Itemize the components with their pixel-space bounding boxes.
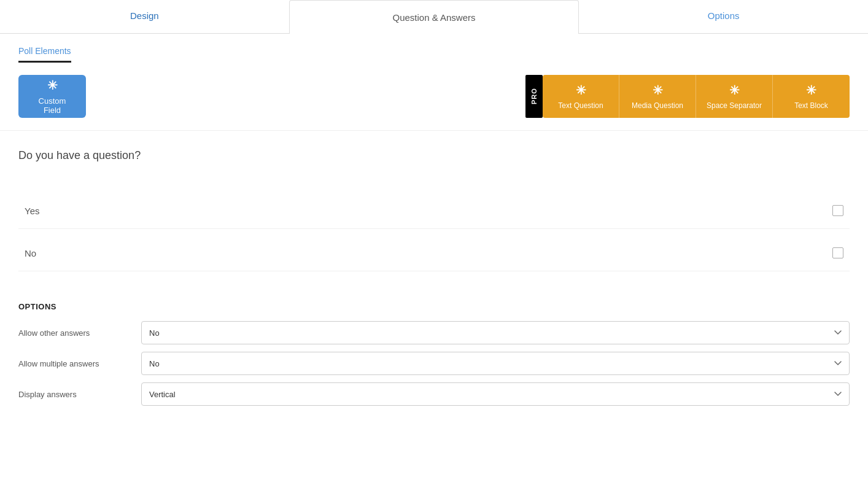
option-row-display-answers: Display answers Vertical Horizontal (18, 382, 850, 406)
answer-no-label: No (25, 248, 36, 258)
tab-options-label: Options (708, 10, 740, 21)
pro-elements-group: ✳ Text Question ✳ Media Question ✳ Space… (543, 75, 850, 118)
custom-field-icon: ✳ (47, 78, 58, 93)
media-question-icon: ✳ (653, 83, 663, 98)
answer-yes-checkbox[interactable] (832, 205, 843, 216)
elements-toolbar: ✳ Custom Field PRO ✳ Text Question ✳ Med… (0, 69, 868, 130)
tab-qa-label: Question & Answers (392, 12, 475, 23)
answer-row-no: No (18, 235, 850, 271)
answer-no-checkbox[interactable] (832, 247, 843, 258)
pro-media-question-button[interactable]: ✳ Media Question (619, 75, 696, 118)
allow-multiple-select[interactable]: No Yes (141, 352, 850, 375)
text-question-label: Text Question (558, 101, 603, 110)
display-answers-select[interactable]: Vertical Horizontal (141, 382, 850, 406)
allow-other-select[interactable]: No Yes (141, 321, 850, 344)
question-text: Do you have a question? (18, 143, 850, 168)
answer-row-yes: Yes (18, 193, 850, 229)
text-question-icon: ✳ (576, 83, 586, 98)
pro-badge: PRO (525, 75, 543, 118)
pro-text-question-button[interactable]: ✳ Text Question (543, 75, 619, 118)
pro-badge-text: PRO (530, 88, 538, 105)
space-separator-label: Space Separator (707, 101, 762, 110)
text-block-label: Text Block (794, 101, 828, 110)
custom-field-button[interactable]: ✳ Custom Field (18, 75, 86, 118)
top-tabs-container: Design Question & Answers Options (0, 0, 868, 34)
options-title: OPTIONS (18, 302, 850, 311)
poll-elements-tab[interactable]: Poll Elements (18, 46, 71, 63)
space-separator-icon: ✳ (729, 83, 740, 98)
option-row-allow-other: Allow other answers No Yes (18, 321, 850, 344)
pro-text-block-button[interactable]: ✳ Text Block (773, 75, 850, 118)
custom-field-label: Custom Field (29, 96, 75, 115)
option-row-allow-multiple: Allow multiple answers No Yes (18, 352, 850, 375)
tab-qa[interactable]: Question & Answers (289, 0, 579, 34)
main-content: Do you have a question? Yes No (0, 130, 868, 290)
answer-yes-label: Yes (25, 206, 39, 216)
display-answers-label: Display answers (18, 390, 141, 399)
poll-elements-section: Poll Elements (0, 34, 868, 69)
text-block-icon: ✳ (806, 83, 816, 98)
tab-options[interactable]: Options (579, 0, 868, 33)
allow-multiple-label: Allow multiple answers (18, 359, 141, 368)
allow-other-label: Allow other answers (18, 328, 141, 338)
media-question-label: Media Question (632, 101, 683, 110)
tab-design[interactable]: Design (0, 0, 289, 33)
tab-design-label: Design (130, 10, 159, 21)
options-section: OPTIONS Allow other answers No Yes Allow… (0, 290, 868, 425)
pro-space-separator-button[interactable]: ✳ Space Separator (696, 75, 773, 118)
